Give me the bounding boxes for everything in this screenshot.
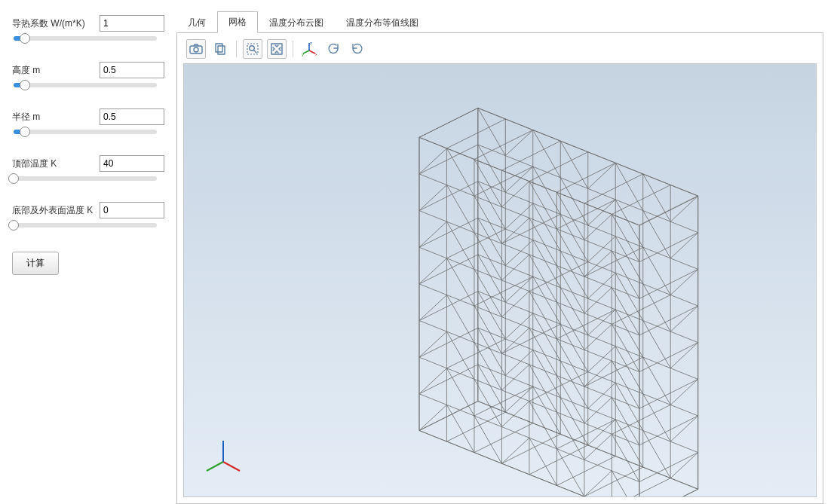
param-input[interactable] <box>100 202 164 218</box>
svg-line-237 <box>478 218 505 229</box>
svg-line-103 <box>501 292 529 317</box>
svg-line-317 <box>560 178 587 225</box>
svg-line-79 <box>474 269 501 280</box>
svg-line-194 <box>612 434 639 481</box>
svg-line-75 <box>474 306 501 353</box>
calculate-button[interactable]: 计算 <box>12 252 59 275</box>
svg-line-389 <box>643 247 670 295</box>
svg-line-175 <box>584 361 612 386</box>
rotate-right-icon[interactable] <box>348 39 367 59</box>
svg-line-66 <box>474 416 501 463</box>
svg-line-59 <box>446 185 474 233</box>
svg-line-249 <box>505 386 532 412</box>
svg-line-275 <box>533 386 560 398</box>
svg-line-142 <box>556 449 584 460</box>
svg-line-230 <box>478 292 505 339</box>
tab[interactable]: 温度分布等值线图 <box>335 12 430 33</box>
svg-rect-2 <box>216 44 222 52</box>
svg-line-145 <box>556 412 584 423</box>
svg-line-87 <box>474 159 501 206</box>
svg-line-125 <box>529 328 556 375</box>
svg-line-141 <box>556 449 584 496</box>
svg-line-110 <box>501 207 529 218</box>
svg-line-157 <box>556 266 584 277</box>
svg-line-144 <box>556 412 584 460</box>
svg-line-134 <box>529 218 556 265</box>
svg-line-19 <box>419 368 446 394</box>
svg-line-207 <box>612 288 639 299</box>
svg-line-337 <box>588 262 615 273</box>
svg-line-350 <box>615 420 642 431</box>
svg-line-327 <box>588 383 615 408</box>
screenshot-icon[interactable] <box>186 39 206 59</box>
svg-line-53 <box>446 258 474 306</box>
param-slider[interactable] <box>14 83 157 87</box>
param-slider[interactable] <box>14 176 157 181</box>
svg-line-122 <box>529 365 556 412</box>
param-input[interactable] <box>100 155 164 172</box>
svg-line-414 <box>670 269 698 295</box>
svg-line-339 <box>588 237 615 262</box>
svg-line-361 <box>615 273 642 320</box>
svg-line-395 <box>643 174 670 221</box>
param-slider[interactable] <box>14 223 157 228</box>
zoom-extents-icon[interactable] <box>267 39 287 59</box>
svg-line-311 <box>560 251 587 298</box>
svg-line-267 <box>505 166 532 192</box>
svg-line-292 <box>533 166 560 214</box>
svg-line-206 <box>612 288 639 335</box>
svg-line-201 <box>612 361 639 372</box>
param-input[interactable] <box>100 62 164 78</box>
svg-line-25 <box>419 295 446 320</box>
svg-line-358 <box>615 310 642 357</box>
svg-line-289 <box>533 203 560 251</box>
svg-line-231 <box>478 292 505 303</box>
param-input[interactable] <box>100 15 164 32</box>
svg-line-32 <box>419 211 446 222</box>
svg-line-98 <box>501 353 529 365</box>
svg-line-44 <box>446 368 474 416</box>
svg-line-48 <box>446 331 474 343</box>
svg-line-268 <box>505 156 532 167</box>
svg-line-411 <box>670 306 698 331</box>
zoom-window-icon[interactable] <box>243 39 262 59</box>
print-icon[interactable] <box>210 39 230 59</box>
xy-plane-icon[interactable]: xyz <box>299 39 319 59</box>
param-slider[interactable] <box>14 130 157 134</box>
svg-line-104 <box>501 280 529 292</box>
svg-line-343 <box>588 188 615 200</box>
svg-line-153 <box>556 302 584 350</box>
svg-line-91 <box>501 438 529 463</box>
tab[interactable]: 几何 <box>176 12 217 33</box>
svg-line-253 <box>505 339 532 350</box>
svg-line-265 <box>505 192 532 203</box>
tab[interactable]: 网格 <box>217 11 258 33</box>
svg-line-370 <box>615 163 642 210</box>
param-slider[interactable] <box>14 36 157 41</box>
svg-line-365 <box>615 237 642 248</box>
mesh-wireframe <box>184 64 816 496</box>
svg-line-245 <box>478 108 505 155</box>
viewport-toolbar: xyz <box>186 39 367 59</box>
svg-line-227 <box>478 328 505 375</box>
svg-line-274 <box>533 386 560 434</box>
svg-line-84 <box>474 196 501 243</box>
svg-line-352 <box>615 383 642 430</box>
svg-line-308 <box>560 288 587 335</box>
svg-line-120 <box>529 402 556 413</box>
svg-line-233 <box>478 255 505 302</box>
rotate-left-icon[interactable] <box>323 39 343 59</box>
svg-line-386 <box>643 284 670 331</box>
svg-line-203 <box>612 324 639 371</box>
param-input[interactable] <box>100 108 164 125</box>
svg-line-185 <box>584 240 612 251</box>
viewport-3d[interactable] <box>183 63 817 497</box>
svg-line-479 <box>639 489 698 496</box>
svg-line-318 <box>560 178 587 189</box>
svg-line-162 <box>556 192 584 240</box>
svg-line-320 <box>560 141 587 188</box>
tab[interactable]: 温度分布云图 <box>258 12 335 33</box>
svg-line-278 <box>533 350 560 361</box>
svg-line-250 <box>505 375 532 386</box>
param-label: 顶部温度 K <box>12 157 100 170</box>
